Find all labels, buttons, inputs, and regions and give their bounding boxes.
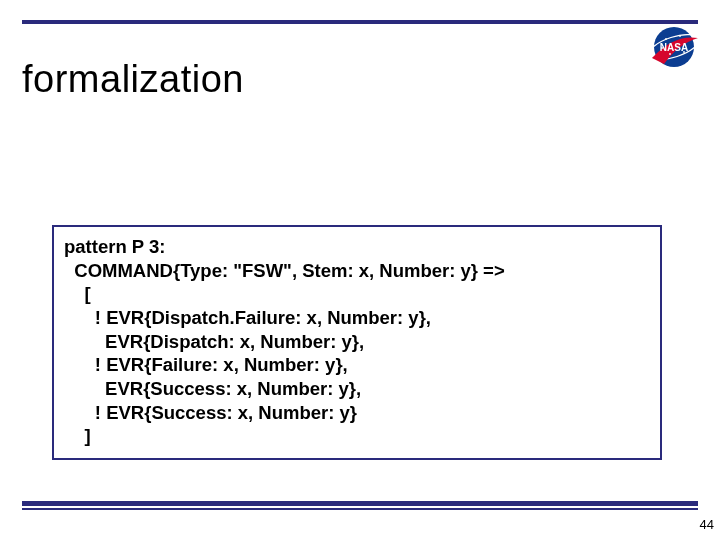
svg-point-3 — [679, 35, 681, 37]
code-line: [ — [64, 282, 650, 306]
nasa-logo-icon: NASA — [646, 24, 702, 70]
code-line: EVR{Success: x, Number: y}, — [64, 377, 650, 401]
code-box: pattern P 3: COMMAND{Type: "FSW", Stem: … — [52, 225, 662, 460]
code-line: pattern P 3: — [64, 235, 650, 259]
code-line: ! EVR{Dispatch.Failure: x, Number: y}, — [64, 306, 650, 330]
code-line: ! EVR{Success: x, Number: y} — [64, 401, 650, 425]
code-line: EVR{Dispatch: x, Number: y}, — [64, 330, 650, 354]
svg-point-2 — [665, 38, 667, 40]
bottom-rule — [22, 501, 698, 510]
code-line: COMMAND{Type: "FSW", Stem: x, Number: y}… — [64, 259, 650, 283]
page-number: 44 — [700, 517, 714, 532]
slide-title: formalization — [22, 58, 244, 101]
svg-point-5 — [669, 53, 671, 55]
top-rule — [22, 20, 698, 24]
svg-text:NASA: NASA — [660, 42, 688, 53]
code-line: ] — [64, 424, 650, 448]
code-line: ! EVR{Failure: x, Number: y}, — [64, 353, 650, 377]
